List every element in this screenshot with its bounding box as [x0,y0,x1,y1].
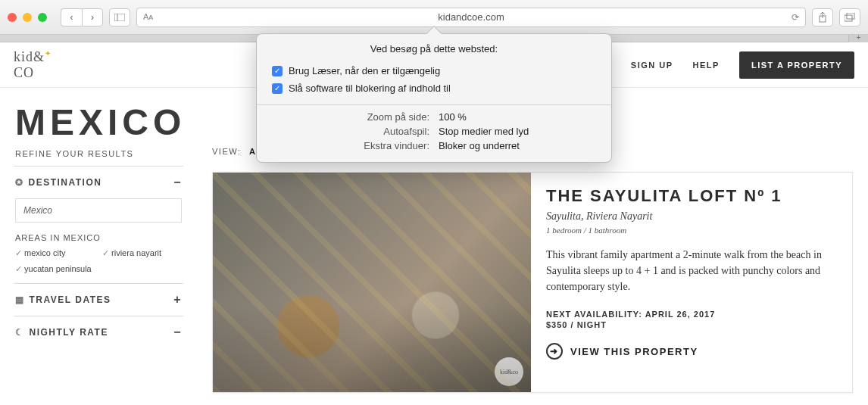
minimize-window[interactable] [23,13,32,22]
back-button[interactable]: ‹ [61,8,82,26]
url-text: kidandcoe.com [438,11,504,23]
reader-checkbox-row[interactable]: ✓ Brug Læser, når den er tilgængelig [257,62,611,79]
property-title: THE SAYULITA LOFT Nº 1 [546,186,837,206]
collapse-icon: − [173,176,182,189]
filter-destination-title: DESTINATION [29,177,102,188]
forward-button[interactable]: › [82,8,103,26]
popups-value: Bloker og underret [439,140,596,151]
arrow-right-icon: ➜ [546,343,563,360]
reload-icon[interactable]: ⟳ [792,12,799,23]
collapse-icon: − [173,326,182,339]
area-item[interactable]: mexico city [15,248,95,258]
divider [257,104,611,105]
view-toggle[interactable]: VIEW: AL [212,147,263,156]
list-property-button[interactable]: LIST A PROPERTY [739,51,854,79]
svg-rect-5 [847,13,854,19]
calendar-icon: ▦ [15,294,25,305]
share-button[interactable] [812,8,833,26]
site-settings-icon[interactable]: Aᴀ [143,12,154,22]
property-title-number: Nº 1 [744,186,782,205]
window-controls [8,13,47,22]
view-property-link[interactable]: ➜ VIEW THIS PROPERTY [546,343,837,360]
property-card[interactable]: kid&co THE SAYULITA LOFT Nº 1 Sayulita, … [212,172,853,393]
areas-list: mexico city riviera nayarit yucatan peni… [15,248,182,274]
popover-title: Ved besøg på dette websted: [257,34,611,62]
filter-travel-header[interactable]: ▦TRAVEL DATES + [15,293,182,307]
view-label: VIEW: [212,147,241,156]
svg-rect-4 [845,15,852,21]
property-location: Sayulita, Riviera Nayarit [546,210,837,223]
property-title-text: THE SAYULITA LOFT [546,186,738,205]
checkbox-checked-icon: ✓ [272,83,283,94]
filter-destination-header[interactable]: ✪DESTINATION − [15,176,182,189]
close-window[interactable] [8,13,17,22]
filter-rate-header[interactable]: ☾NIGHTLY RATE − [15,326,182,339]
globe-icon: ✪ [15,177,24,188]
results: kid&co THE SAYULITA LOFT Nº 1 Sayulita, … [197,166,868,399]
property-meta: 1 bedroom / 1 bathroom [546,226,837,235]
autoplay-row[interactable]: Autoafspil: Stop medier med lyd [257,124,611,139]
property-price: $350 / NIGHT [546,320,837,329]
checkbox-checked-icon: ✓ [272,66,283,76]
autoplay-value: Stop medier med lyd [439,126,596,137]
site-logo[interactable]: kid&✦CO [14,49,52,81]
autoplay-label: Autoafspil: [272,126,429,137]
new-tab-button[interactable]: + [848,35,868,42]
filters-sidebar: ✪DESTINATION − Mexico AREAS IN MEXICO me… [0,166,197,399]
photo-badge: kid&co [495,357,523,386]
zoom-window[interactable] [38,13,47,22]
popups-row[interactable]: Ekstra vinduer: Bloker og underret [257,139,611,162]
area-item[interactable]: riviera nayarit [102,248,182,258]
view-property-label: VIEW THIS PROPERTY [570,346,698,357]
availability-date: APRIL 26, 2017 [645,310,716,319]
availability-label: NEXT AVAILABILITY: [546,310,645,319]
sidebar-toggle[interactable] [109,8,130,26]
signup-link[interactable]: SIGN UP [631,61,673,70]
moon-icon: ☾ [15,327,25,338]
property-description: This vibrant family apartment a 2-minute… [546,247,837,294]
zoom-label: Zoom på side: [272,111,429,123]
filter-destination: ✪DESTINATION − Mexico AREAS IN MEXICO me… [14,166,183,283]
site-settings-popover: Ved besøg på dette websted: ✓ Brug Læser… [256,33,612,163]
address-bar[interactable]: Aᴀ kidandcoe.com ⟳ [136,8,806,27]
area-item[interactable]: yucatan peninsula [15,264,95,274]
filter-travel-dates: ▦TRAVEL DATES + [14,283,183,316]
property-photo[interactable]: kid&co [213,173,531,392]
zoom-value: 100 % [439,111,596,123]
reader-label: Brug Læser, når den er tilgængelig [289,65,440,76]
destination-input[interactable]: Mexico [15,198,182,223]
filter-travel-title: TRAVEL DATES [30,294,111,305]
zoom-row[interactable]: Zoom på side: 100 % [257,110,611,124]
filter-rate-title: NIGHTLY RATE [30,327,108,338]
svg-rect-0 [114,14,125,21]
help-link[interactable]: HELP [693,61,720,70]
header-right: SIGN UP HELP LIST A PROPERTY [631,51,854,79]
filter-nightly-rate: ☾NIGHTLY RATE − [14,316,183,348]
expand-icon: + [173,293,182,307]
popups-label: Ekstra vinduer: [272,140,429,151]
tabs-button[interactable] [839,8,860,26]
property-availability: NEXT AVAILABILITY: APRIL 26, 2017 [546,310,837,319]
property-info: THE SAYULITA LOFT Nº 1 Sayulita, Riviera… [531,173,852,392]
areas-label: AREAS IN MEXICO [15,233,182,242]
content-blocker-label: Slå software til blokering af indhold ti… [289,83,451,94]
nav-buttons: ‹ › [61,8,103,26]
content-blocker-checkbox-row[interactable]: ✓ Slå software til blokering af indhold … [257,79,611,97]
